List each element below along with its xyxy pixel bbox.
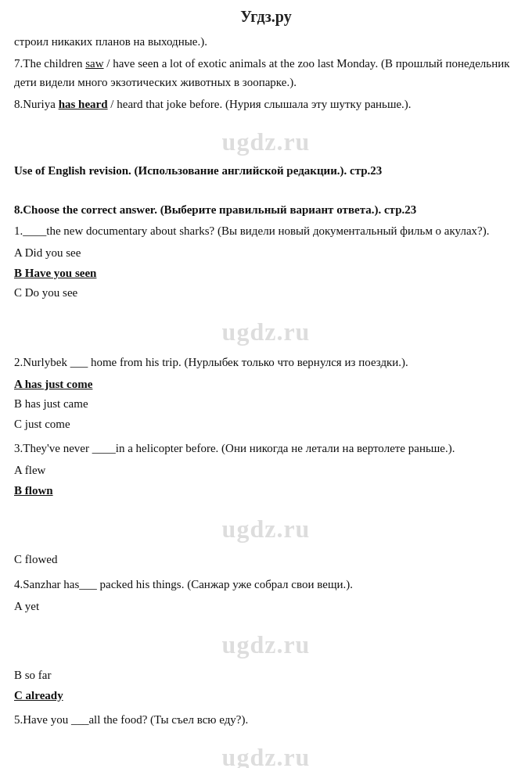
q1-c: C Do you see (14, 283, 518, 303)
q2-a-correct: A has just come (14, 375, 518, 395)
q5-text: 5.Have you ___all the food? (Ты съел всю… (14, 710, 518, 729)
q2-c: C just come (14, 415, 518, 435)
q1-b-correct: B Have you seen (14, 264, 518, 284)
q3-b-correct: B flown (14, 481, 518, 501)
q4-text: 4.Sanzhar has___ packed his things. (Сан… (14, 575, 518, 594)
watermark-1: ugdz.ru (14, 127, 518, 156)
answer-has-heard: has heard (59, 98, 108, 110)
intro-line-2: 7.The children saw / have seen a lot of … (14, 54, 518, 92)
question-3-c: C flowed (14, 550, 518, 570)
intro-line-1: строил никаких планов на выходные.). (14, 32, 518, 51)
question-5: 5.Have you ___all the food? (Ты съел всю… (14, 710, 518, 729)
q4-c-correct: C already (14, 686, 518, 706)
q2-b: B has just came (14, 394, 518, 415)
section-header: Use of English revision. (Использование … (14, 164, 518, 178)
q1-text: 1.____the new documentary about sharks? … (14, 221, 518, 240)
q3-c: C flowed (14, 550, 518, 570)
watermark-4: ugdz.ru (14, 630, 518, 659)
watermark-5: ugdz.ru (14, 743, 518, 768)
q3-text: 3.They've never ____in a helicopter befo… (14, 439, 518, 458)
question-2: 2.Nurlybek ___ home from his trip. (Нурл… (14, 353, 518, 435)
q4-a: A yet (14, 597, 518, 617)
question-4-bc: B so far C already (14, 666, 518, 705)
intro-line-3: 8.Nuriya has heard / heard that joke bef… (14, 95, 518, 113)
watermark-3: ugdz.ru (14, 515, 518, 544)
question-1: 1.____the new documentary about sharks? … (14, 221, 518, 303)
answer-saw: saw (85, 57, 103, 70)
q1-a: A Did you see (14, 243, 518, 264)
watermark-2: ugdz.ru (14, 318, 518, 346)
question-4: 4.Sanzhar has___ packed his things. (Сан… (14, 575, 518, 617)
q2-text: 2.Nurlybek ___ home from his trip. (Нурл… (14, 353, 518, 371)
q3-a: A flew (14, 461, 518, 481)
question-3: 3.They've never ____in a helicopter befo… (14, 439, 518, 501)
exercise-header: 8.Choose the correct answer. (Выберите п… (14, 203, 518, 217)
site-title: Угдз.ру (14, 8, 518, 26)
q4-b: B so far (14, 666, 518, 686)
